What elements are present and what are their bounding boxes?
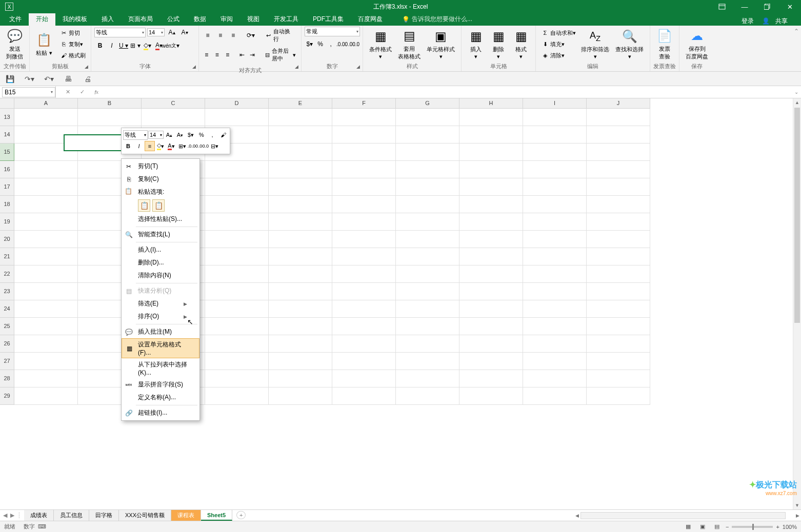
cell[interactable] [332,265,396,283]
mini-fill-color-icon[interactable]: ◇▾ [155,141,166,151]
cell[interactable] [14,318,78,335]
cell[interactable] [332,178,396,196]
italic-button[interactable]: I [106,40,117,51]
cell[interactable] [459,161,523,178]
orientation-icon[interactable]: ⟳▾ [245,30,256,41]
row-header[interactable]: 15 [0,144,14,161]
bold-button[interactable]: B [94,40,106,51]
cell[interactable] [332,231,396,248]
clear-button[interactable]: ◈清除 ▾ [539,50,578,60]
cell[interactable] [396,196,459,213]
cell[interactable] [332,109,396,126]
tab-insert[interactable]: 插入 [94,13,121,26]
cell[interactable] [523,300,587,318]
sheet-nav-prev[interactable]: ◀ [3,512,7,519]
paste-button[interactable]: 📋 粘贴 ▾ [33,31,55,58]
mini-percent-icon[interactable]: % [196,130,207,140]
cell[interactable] [523,265,587,283]
cell[interactable] [269,387,332,405]
row-header[interactable]: 18 [0,196,14,213]
normal-view-icon[interactable]: ▦ [683,522,694,531]
column-header[interactable]: F [332,98,396,109]
cell[interactable] [523,370,587,387]
mini-font-combo[interactable]: 等线▾ [123,130,148,140]
sheet-tab[interactable]: Sheet5 [201,510,232,521]
sheet-tab[interactable]: XXX公司销售额 [119,510,171,521]
zoom-level[interactable]: 100% [783,524,797,530]
cell[interactable] [587,196,650,213]
fx-icon[interactable]: fx [90,87,103,97]
cell[interactable] [523,283,587,300]
cell[interactable] [459,213,523,231]
cell[interactable] [523,353,587,370]
copy-button[interactable]: ⎘复制 ▾ [57,39,88,49]
cell[interactable] [205,178,269,196]
row-header[interactable]: 28 [0,370,14,387]
send-wechat-button[interactable]: 💬 发送 到微信 [3,27,26,62]
fill-button[interactable]: ⬇填充 ▾ [539,39,578,49]
cell[interactable] [205,213,269,231]
print-icon[interactable]: 🖨 [82,73,93,85]
comma-icon[interactable]: , [326,38,336,50]
mini-border-icon[interactable]: ⊞▾ [177,141,187,151]
cell[interactable] [459,283,523,300]
cell[interactable] [205,109,269,126]
cell[interactable] [396,144,459,161]
wrap-text-button[interactable]: ↩自动换行 [262,27,298,44]
mini-increase-font-icon[interactable]: A▴ [164,130,174,140]
cell[interactable] [332,196,396,213]
font-size-combo[interactable]: 14▾ [147,28,165,36]
delete-cells-button[interactable]: ▦删除▾ [487,27,510,61]
format-cells-button[interactable]: ▦格式▾ [510,27,532,61]
column-header[interactable]: E [269,98,332,109]
ctx-define-name[interactable]: 定义名称(A)... [122,391,199,404]
paste-values-icon[interactable]: 📋 [152,199,165,212]
cell[interactable] [14,178,78,196]
cell[interactable] [459,231,523,248]
cell[interactable] [459,387,523,405]
underline-button[interactable]: U ▾ [118,40,129,51]
cell-styles-button[interactable]: ▣单元格样式▾ [424,27,458,61]
cell[interactable] [332,370,396,387]
cell[interactable] [269,213,332,231]
ctx-delete[interactable]: 删除(D)... [122,256,199,269]
page-break-view-icon[interactable]: ▤ [711,522,723,531]
cell[interactable] [269,265,332,283]
name-box[interactable]: B15▾ [2,87,55,97]
select-all-corner[interactable] [0,98,14,109]
zoom-in-icon[interactable]: + [776,524,779,530]
cell[interactable] [14,335,78,353]
restore-icon[interactable] [756,0,778,13]
ctx-insert-comment[interactable]: 💬插入批注(M) [122,325,199,338]
cell[interactable] [332,318,396,335]
cell[interactable] [14,265,78,283]
cell[interactable] [14,283,78,300]
cell[interactable] [459,370,523,387]
cell[interactable] [459,178,523,196]
cell[interactable] [205,318,269,335]
cell[interactable] [205,248,269,265]
cell[interactable] [14,300,78,318]
row-header[interactable]: 25 [0,318,14,335]
cell[interactable] [587,144,650,161]
cell[interactable] [396,248,459,265]
decrease-font-icon[interactable]: A▾ [179,27,190,38]
format-painter-button[interactable]: 🖌格式刷 [57,50,88,60]
cell[interactable] [523,231,587,248]
tell-me-search[interactable]: 💡告诉我您想要做什么... [398,13,476,26]
cell[interactable] [332,300,396,318]
cell[interactable] [587,265,650,283]
currency-icon[interactable]: $▾ [305,38,315,50]
cell[interactable] [396,213,459,231]
cell[interactable] [396,178,459,196]
autosum-button[interactable]: Σ自动求和 ▾ [539,28,578,38]
cell[interactable] [332,126,396,144]
cell[interactable] [205,283,269,300]
ctx-cut[interactable]: ✂剪切(T) [122,160,199,173]
cell[interactable] [269,161,332,178]
cut-button[interactable]: ✂剪切 [57,28,88,38]
cell[interactable] [396,126,459,144]
ctx-sort[interactable]: 排序(O)▶ [122,310,199,323]
cell[interactable] [587,248,650,265]
cell[interactable] [14,126,78,144]
